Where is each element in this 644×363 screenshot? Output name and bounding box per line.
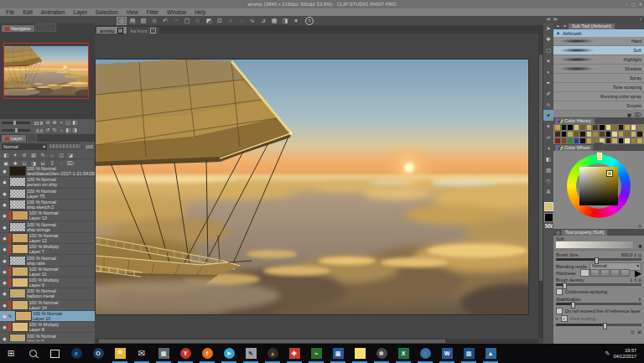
command-icon[interactable]: ▢ [182, 17, 192, 25]
tool-icon[interactable]: ◗ [543, 66, 553, 77]
taskbar-icon[interactable]: e [65, 344, 87, 363]
color-swatch[interactable] [636, 131, 643, 137]
color-swatch[interactable] [574, 137, 580, 144]
taskbar-icon[interactable]: f [196, 344, 218, 363]
layer-thumbnail[interactable] [9, 189, 26, 199]
taskbar-clock[interactable]: 19:57 04/12/2017 [613, 348, 636, 359]
command-icon[interactable]: ▣ [149, 17, 159, 25]
color-swatch[interactable] [561, 137, 568, 144]
tool-icon[interactable]: ✴ [543, 121, 553, 132]
saturation-value-square[interactable] [579, 167, 618, 205]
layer-thumbnail[interactable] [9, 222, 26, 232]
hue-marker[interactable] [597, 153, 602, 160]
color-swatch[interactable] [605, 137, 612, 144]
taskbar-icon[interactable]: ⌁ [305, 344, 327, 363]
color-swatch[interactable] [618, 131, 625, 137]
layer-row[interactable]: ◉ ✎ 100 % Normal landStatusOilen 2017-1-… [0, 166, 95, 177]
layer-visibility-eye-icon[interactable]: ◉ [2, 236, 8, 241]
layer-row[interactable]: ◉ ✎ 100 % Normal ship strings [0, 221, 95, 232]
layer-command-icon[interactable]: ✦ [11, 152, 19, 158]
layer-row[interactable]: ◉ ✎ 100 % Normal Layer 11 [0, 267, 95, 277]
menu-item[interactable]: Layer [70, 8, 91, 16]
zoom-slider[interactable] [2, 122, 30, 124]
nav-zoom-icon[interactable]: ◧ [71, 119, 78, 127]
taskbar-icon[interactable]: ▀ [109, 344, 131, 363]
color-swatch[interactable] [611, 131, 618, 137]
stepper-icon[interactable]: ⇕ [633, 252, 636, 257]
taskbar-icon[interactable]: Y [174, 344, 196, 363]
nav-rotate-icon[interactable]: ↺ [44, 127, 51, 134]
layer-row[interactable]: ◉ ✎ 100 % Multiply Layer 9 [0, 277, 95, 288]
taskbar-icon[interactable]: ✎ [240, 344, 262, 363]
layer-thumbnail[interactable] [12, 233, 29, 243]
taskbar-icon[interactable]: ▲ [480, 344, 501, 363]
color-swatch[interactable] [624, 131, 631, 137]
tab-color-history[interactable]: Color History [555, 118, 595, 124]
layer-row[interactable]: ◉ ✎ 100 % Normal Layer 12 [0, 233, 95, 244]
layer-thumbnail[interactable] [12, 210, 29, 220]
layer-visibility-eye-icon[interactable]: ◉ [2, 269, 8, 274]
reset-property-icon[interactable]: ◎ [631, 329, 635, 334]
layer-command-icon[interactable]: ⊘ [20, 152, 29, 158]
sub-color-swatch[interactable] [544, 213, 553, 222]
layer-thumbnail[interactable] [9, 177, 26, 187]
subtool-group-header[interactable]: ✦ Airbrush [553, 29, 644, 37]
layer-visibility-eye-icon[interactable]: ◉ [2, 202, 8, 207]
layer-thumbnail[interactable] [9, 200, 26, 210]
layer-command-icon[interactable]: ✎ [39, 152, 47, 158]
tab-layer[interactable]: Layer [2, 135, 26, 142]
command-icon[interactable]: ◨ [280, 17, 290, 25]
layer-command-icon[interactable]: ✚ [11, 160, 19, 166]
tool-icon[interactable]: ◧ [543, 153, 553, 164]
nav-zoom-icon[interactable]: ⊖ [44, 119, 51, 127]
navigator-view-frame[interactable] [3, 43, 89, 99]
tab-stub[interactable] [594, 143, 604, 151]
color-swatch[interactable] [586, 131, 593, 137]
layer-command-icon[interactable]: ⌦ [66, 160, 75, 166]
collapse-right-icon[interactable]: ≫ [553, 17, 558, 22]
color-swatch[interactable] [567, 137, 574, 144]
brush-item[interactable]: Running color spray [553, 92, 644, 101]
color-swatch[interactable] [579, 124, 586, 131]
dock-menu-icon[interactable]: ▫ [640, 16, 641, 23]
maximize-button[interactable]: ▢ [631, 0, 636, 8]
airbrush-mini-icon[interactable]: ✦ [562, 23, 568, 29]
wheel-mode-icon[interactable]: ◎ [638, 223, 641, 228]
layer-visibility-eye-icon[interactable]: ◉ [2, 303, 8, 308]
layer-command-icon[interactable]: ◌ [57, 161, 65, 166]
command-icon[interactable]: ⊡ [215, 17, 225, 25]
layer-row[interactable]: ◉ ✎ 100 % Normal Layer 13 [0, 210, 95, 221]
layer-visibility-eye-icon[interactable]: ◉ [2, 314, 8, 319]
color-swatch[interactable] [554, 137, 561, 144]
tool-icon[interactable]: ✶ [543, 55, 553, 66]
taskbar-icon[interactable]: ✱ [371, 344, 392, 363]
hardness-segments[interactable] [580, 269, 630, 277]
command-icon[interactable]: ⊿ [258, 17, 268, 25]
taskbar-icon[interactable]: O [87, 344, 109, 363]
nav-zoom-icon[interactable]: ▪ [58, 119, 65, 127]
command-icon[interactable]: ⊞ [193, 17, 203, 25]
brush-density-value[interactable]: 1 [630, 277, 632, 283]
color-swatch[interactable] [574, 131, 580, 137]
color-swatch[interactable] [561, 124, 568, 131]
layer-thumbnail[interactable] [12, 244, 29, 254]
tool-icon[interactable]: ◇ [543, 175, 553, 186]
layer-thumbnail[interactable] [12, 277, 29, 288]
layer-command-icon[interactable]: ◨ [29, 160, 38, 166]
color-swatch[interactable] [605, 131, 612, 137]
color-swatch[interactable] [624, 124, 631, 131]
tab-stub[interactable] [27, 133, 37, 142]
nav-rotate-icon[interactable]: ◧ [65, 127, 71, 134]
layer-command-icon[interactable]: ◫ [57, 152, 65, 158]
nav-zoom-icon[interactable]: ◱ [65, 119, 71, 127]
tool-icon[interactable]: ✐ [543, 88, 553, 99]
brush-item[interactable]: Shadow [553, 65, 644, 74]
layer-command-icon[interactable]: ⊡ [20, 160, 29, 166]
layer-visibility-eye-icon[interactable]: ◉ [2, 336, 8, 341]
layer-visibility-eye-icon[interactable]: ◉ [2, 169, 8, 174]
tab-tool-property[interactable]: Tool property [Soft] [562, 230, 607, 236]
taskbar-icon[interactable] [22, 344, 44, 363]
color-swatch[interactable] [631, 131, 637, 137]
reference-layer-checkbox[interactable] [556, 308, 563, 314]
color-swatch[interactable] [574, 124, 580, 131]
